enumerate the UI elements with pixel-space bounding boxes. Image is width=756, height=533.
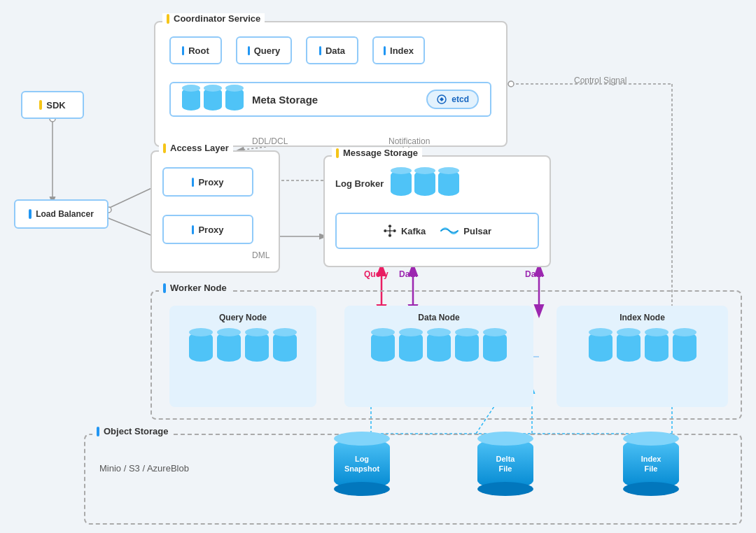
query-box: Query [236, 36, 292, 64]
message-storage-label: Message Storage [332, 148, 422, 158]
query-node-label: Query Node [169, 306, 316, 322]
coord-accent-bar [167, 14, 169, 24]
proxy1-box: Proxy [162, 167, 253, 197]
delta-file-label: Delta File [496, 454, 515, 474]
proxy2-box: Proxy [162, 215, 253, 244]
svg-point-33 [388, 234, 391, 237]
message-storage-container: Message Storage Log Broker [323, 155, 551, 267]
data-node-area: Data Node [344, 306, 533, 407]
pulsar-label: Pulsar [463, 226, 491, 236]
svg-point-31 [441, 99, 443, 101]
coordinator-service-container: Coordinator Service Root Query Data Inde… [154, 21, 507, 147]
pulsar-item: Pulsar [440, 225, 491, 237]
lb-label: Load Balancer [36, 209, 94, 219]
svg-point-15 [508, 81, 514, 87]
svg-line-2 [105, 185, 158, 210]
object-storage-section-label: Object Storage [92, 426, 172, 436]
svg-point-36 [388, 229, 391, 232]
diagram-container: SDK Load Balancer Coordinator Service Ro… [0, 0, 756, 533]
svg-point-35 [393, 229, 396, 232]
log-snapshot-label: Log Snapshot [344, 454, 379, 474]
log-snapshot-cylinder: Log Snapshot [334, 439, 390, 489]
data-arrow-label-right: Data [525, 269, 543, 279]
load-balancer-box: Load Balancer [14, 199, 108, 229]
pulsar-icon [440, 225, 459, 237]
index-file-cylinder: Index File [623, 439, 679, 489]
kafka-label: Kafka [401, 226, 426, 236]
data-node-cylinders [344, 332, 533, 362]
index-file-label: Index File [641, 454, 662, 474]
log-broker-cylinders [391, 171, 459, 196]
worker-node-container: Worker Node Query Node [150, 290, 742, 420]
log-broker-label: Log Broker [335, 178, 384, 189]
log-broker-row: Log Broker [335, 171, 539, 196]
sdk-box: SDK [21, 91, 84, 119]
coordinator-service-label: Coordinator Service [162, 13, 265, 24]
kafka-pulsar-box: Kafka Pulsar [335, 213, 539, 249]
notification-label: Notification [388, 136, 430, 146]
index-node-cylinders [556, 332, 728, 362]
object-storage-container: Object Storage Minio / S3 / AzureBlob Lo… [84, 434, 742, 525]
meta-cylinders [182, 88, 244, 111]
data-box: Data [306, 36, 358, 64]
control-signal-label: Control Signal [574, 76, 626, 85]
etcd-icon [436, 94, 447, 105]
query-node-cylinders [169, 332, 316, 362]
kafka-icon [383, 224, 397, 238]
root-box: Root [169, 36, 222, 64]
ddl-dcl-label: DDL/DCL [252, 136, 288, 146]
delta-file-cylinder: Delta File [477, 439, 533, 489]
index-node-area: Index Node [556, 306, 728, 407]
dml-label: DML [252, 250, 270, 260]
meta-storage-label: Meta Storage [252, 94, 418, 106]
query-arrow-label: Query [364, 269, 388, 279]
index-box: Index [372, 36, 425, 64]
meta-storage-box: Meta Storage etcd [169, 82, 491, 117]
access-layer-label: Access Layer [159, 143, 233, 153]
index-node-label: Index Node [556, 306, 728, 322]
etcd-badge: etcd [426, 90, 479, 109]
query-node-area: Query Node [169, 306, 316, 407]
etcd-label: etcd [451, 94, 469, 104]
worker-node-label: Worker Node [159, 283, 231, 293]
kafka-item: Kafka [383, 224, 426, 238]
data-arrow-label-left: Data [399, 269, 417, 279]
svg-line-4 [105, 217, 158, 238]
svg-point-34 [384, 229, 386, 232]
provider-label: Minio / S3 / AzureBlob [99, 463, 189, 474]
data-node-label: Data Node [344, 306, 533, 322]
svg-point-32 [388, 225, 391, 227]
sdk-label: SDK [46, 100, 65, 111]
